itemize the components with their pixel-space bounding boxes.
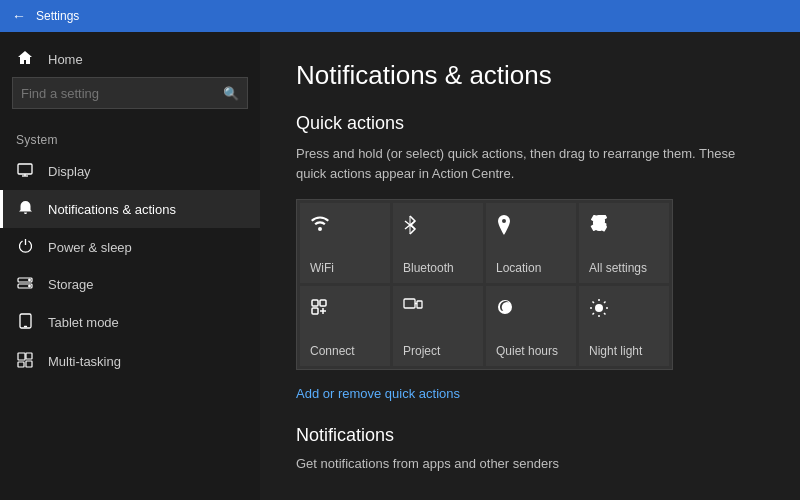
svg-rect-11 [18,362,24,367]
sidebar-item-multitasking[interactable]: Multi-tasking [0,342,260,381]
connect-icon [310,298,328,321]
quick-action-wifi[interactable]: WiFi [300,203,390,283]
home-icon [16,50,34,69]
svg-rect-0 [18,164,32,174]
power-icon [16,238,34,256]
svg-rect-19 [312,308,318,314]
tablet-icon [16,313,34,332]
sidebar-item-label-power: Power & sleep [48,240,132,255]
location-icon [496,215,512,240]
content-area: Notifications & actions Quick actions Pr… [260,32,800,500]
notifications-icon [16,200,34,218]
search-icon[interactable]: 🔍 [223,86,239,101]
sidebar: Home 🔍 System Display Notifications & ac… [0,32,260,500]
project-icon [403,298,423,319]
bluetooth-label: Bluetooth [403,261,454,275]
gear-icon [589,215,609,240]
red-arrow [260,174,265,218]
svg-rect-22 [404,299,415,308]
svg-rect-18 [320,300,326,306]
quick-actions-description: Press and hold (or select) quick actions… [296,144,756,183]
quick-action-night-light[interactable]: Night light [579,286,669,366]
sidebar-item-label-multitasking: Multi-tasking [48,354,121,369]
moon-icon [496,298,514,321]
sidebar-item-power[interactable]: Power & sleep [0,228,260,266]
svg-rect-9 [18,353,25,360]
sidebar-item-display[interactable]: Display [0,153,260,190]
svg-rect-10 [26,353,32,359]
svg-line-30 [593,302,595,304]
quick-action-connect[interactable]: Connect [300,286,390,366]
quick-action-project[interactable]: Project [393,286,483,366]
back-icon: ← [12,8,26,24]
sidebar-item-tablet[interactable]: Tablet mode [0,303,260,342]
add-remove-link[interactable]: Add or remove quick actions [296,386,460,401]
svg-rect-23 [417,301,422,308]
display-icon [16,163,34,180]
notifications-description: Get notifications from apps and other se… [296,454,764,474]
multitasking-icon [16,352,34,371]
sidebar-item-label-home: Home [48,52,83,67]
titlebar-title: Settings [36,9,79,23]
quick-action-bluetooth[interactable]: Bluetooth [393,203,483,283]
night-light-icon [589,298,609,323]
night-light-label: Night light [589,344,642,358]
page-title: Notifications & actions [296,60,764,91]
svg-point-5 [29,279,31,281]
location-label: Location [496,261,541,275]
svg-rect-17 [312,300,318,306]
quiet-hours-label: Quiet hours [496,344,558,358]
svg-line-32 [604,302,606,304]
svg-line-33 [593,313,595,315]
storage-icon [16,276,34,293]
sidebar-item-label-storage: Storage [48,277,94,292]
wifi-icon [310,215,330,236]
notifications-title: Notifications [296,425,764,446]
svg-point-6 [29,285,31,287]
quick-action-location[interactable]: Location [486,203,576,283]
connect-label: Connect [310,344,355,358]
project-label: Project [403,344,440,358]
sidebar-item-label-notifications: Notifications & actions [48,202,176,217]
quick-actions-grid: WiFi Bluetooth Location Al [296,199,673,370]
svg-point-25 [595,304,603,312]
svg-rect-12 [26,361,32,367]
all-settings-label: All settings [589,261,647,275]
search-input[interactable] [21,86,223,101]
quick-action-all-settings[interactable]: All settings [579,203,669,283]
sidebar-item-label-display: Display [48,164,91,179]
sidebar-item-storage[interactable]: Storage [0,266,260,303]
titlebar: ← Settings [0,0,800,32]
quick-actions-title: Quick actions [296,113,764,134]
wifi-label: WiFi [310,261,334,275]
sidebar-item-label-tablet: Tablet mode [48,315,119,330]
back-button[interactable]: ← [12,8,26,24]
quick-action-quiet-hours[interactable]: Quiet hours [486,286,576,366]
sidebar-item-notifications[interactable]: Notifications & actions [0,190,260,228]
sidebar-item-home[interactable]: Home [0,42,260,77]
svg-line-31 [604,313,606,315]
sidebar-section-label: System [0,125,260,153]
search-box[interactable]: 🔍 [12,77,248,109]
bluetooth-icon [403,215,417,240]
